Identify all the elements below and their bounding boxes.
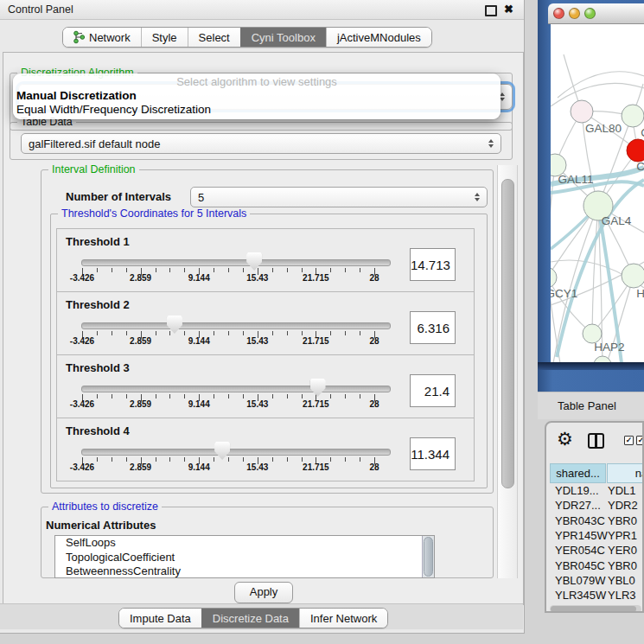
threshold-value-input[interactable]: 6.316 [410,311,456,344]
tick-label: 2.859 [115,399,167,409]
group-title: Attributes to discretize [48,501,162,513]
apply-button[interactable]: Apply [234,582,293,603]
list-item[interactable]: BetweennessCentrality [55,564,434,578]
network-node-gal80[interactable] [571,100,593,123]
numerical-attributes-label: Numerical Attributes [46,519,156,532]
slider-tick [287,268,288,272]
slider-tick [330,457,331,462]
thresholds-group: Threshold's Coordinates for 5 Intervals … [50,214,488,488]
node-label: GAL80 [585,122,622,135]
traffic-light-zoom[interactable] [584,8,596,19]
table-row[interactable]: YLR345WYLR3 [550,589,644,603]
tick-label: 9.144 [173,462,225,472]
threshold-label: Threshold 3 [66,361,130,374]
traffic-light-minimize[interactable] [569,8,580,19]
slider-tick [272,268,273,272]
table-row[interactable]: YBR045CYBR0 [550,559,644,574]
table-row[interactable]: YBR043CYBR0 [550,514,644,529]
list-item[interactable]: TopologicalCoefficient [55,551,434,565]
network-window-titlebar[interactable] [548,3,644,24]
table-row[interactable]: YDL19...YDL1 [550,484,644,499]
slider-thumb[interactable] [246,252,262,271]
slider-tick [97,331,98,335]
bottom-tab-strip: Impute DataDiscretize DataInfer Network [0,603,523,629]
numerical-attributes-list[interactable]: SelfLoopsTopologicalCoefficientBetweenne… [54,535,435,578]
checkbox-checked-icon[interactable]: ✓ [624,436,634,445]
tab-infer-network[interactable]: Infer Network [299,609,387,628]
slider-thumb[interactable] [310,379,326,397]
slider-tick [156,457,156,462]
tab-jactivemnodules[interactable]: jActiveMNodules [326,28,431,47]
threshold-slider-track[interactable] [81,386,391,392]
tab-discretize-data[interactable]: Discretize Data [201,609,299,628]
table-row[interactable]: YER054CYER0 [550,544,644,558]
cell-name: YBR0 [608,559,637,572]
tick-label: -3.426 [56,273,108,283]
settings-scrollbar[interactable] [497,165,518,578]
scrollbar-thumb[interactable] [501,179,514,488]
threshold-value-input[interactable]: 14.713 [410,248,456,281]
cell-shared-name: YBR043C [555,514,605,527]
tab-impute-data[interactable]: Impute Data [119,609,201,628]
scrollbar-thumb[interactable] [424,537,433,577]
table-horizontal-scrollbar[interactable] [550,605,641,613]
tick-label: -3.426 [56,399,108,409]
cell-shared-name: YPR145W [555,529,608,542]
slider-tick [228,268,229,272]
group-title: Threshold's Coordinates for 5 Intervals [58,207,250,220]
cell-name: YER0 [608,544,637,557]
tick-label: 15.43 [232,399,284,409]
list-scrollbar[interactable] [422,536,434,577]
checkbox-checked-icon[interactable]: ✓ [636,436,644,445]
tab-label: Network [89,31,131,44]
network-node-ga[interactable] [622,105,644,127]
table-panel-titlebar[interactable]: Table Panel [538,392,644,419]
float-window-icon[interactable] [485,5,497,16]
node-label: H [636,287,644,300]
threshold-slider-track[interactable] [81,449,391,456]
column-header-name[interactable]: na [607,463,644,483]
threshold-slider-track[interactable] [81,259,391,266]
close-icon[interactable]: ✖ [504,3,513,16]
column-header-shared-name[interactable]: shared... [550,463,606,483]
slider-tick [302,331,303,335]
slider-tick [302,394,303,399]
tick-label: 9.144 [173,336,225,346]
threshold-value-input[interactable]: 11.344 [410,437,456,470]
slider-tick [112,331,112,335]
gear-icon[interactable]: ⚙ [557,430,573,449]
tab-cyni-toolbox[interactable]: Cyni Toolbox [240,28,326,47]
list-item[interactable]: SelfLoops [55,536,434,551]
tab-network[interactable]: Network [63,28,141,47]
slider-tick [214,394,214,399]
table-row[interactable]: YPR145WYPR1 [550,529,644,544]
threshold-value-input[interactable]: 21.4 [410,374,456,407]
table-data-combobox[interactable]: galFiltered.sif default node [21,133,501,154]
control-panel-titlebar[interactable]: Control Panel ✖ [0,0,524,20]
table-row[interactable]: YDR27...YDR2 [550,499,644,513]
popup-option-manual-discretization[interactable]: Manual Discretization [16,89,498,103]
popup-option-equal-width-frequency[interactable]: Equal Width/Frequency Discretization [16,103,498,117]
slider-tick [184,394,185,399]
tick-label: 15.43 [232,336,284,346]
threshold-panel-4: Threshold 4-3.4262.8599.14415.4321.71528… [56,418,475,481]
slider-tick [287,457,288,462]
table-row[interactable]: YBL079WYBL0 [550,574,644,589]
network-node-h[interactable] [622,264,644,288]
threshold-label: Threshold 4 [66,424,130,437]
tab-select[interactable]: Select [188,28,240,47]
scrollbar-thumb[interactable] [551,606,636,612]
number-of-intervals-combobox[interactable]: 5 [190,187,488,207]
traffic-light-close[interactable] [553,8,564,19]
slider-tick [243,394,244,399]
network-canvas[interactable]: GAL80GACGAL11GAL4GCY1HHAP2 [551,24,644,363]
columns-icon[interactable] [588,433,604,449]
network-window: GAL80GACGAL11GAL4GCY1HHAP2 [548,3,644,362]
threshold-slider-track[interactable] [81,322,391,329]
network-node-c[interactable] [627,139,644,162]
tab-style[interactable]: Style [141,28,188,47]
tick-label: 2.859 [115,462,167,472]
network-node-gcy1[interactable] [551,267,557,288]
cell-shared-name: YDR27... [555,499,601,512]
tick-label: -3.426 [56,336,108,346]
